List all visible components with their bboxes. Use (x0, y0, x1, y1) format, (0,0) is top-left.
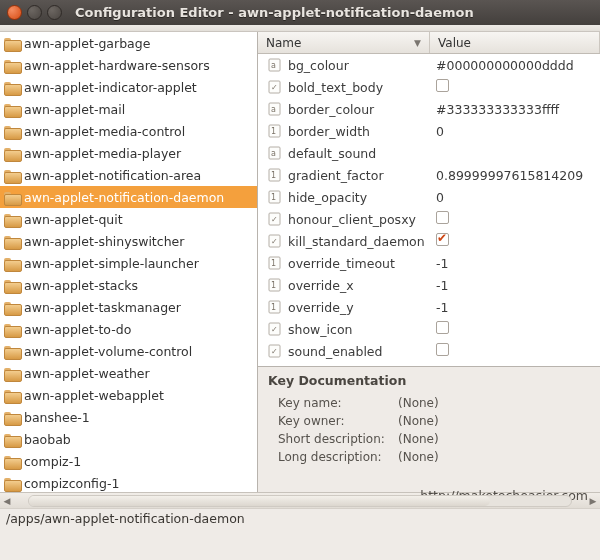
table-row[interactable]: 1border_width0 (258, 120, 600, 142)
sidebar-item[interactable]: awn-applet-garbage (0, 32, 258, 54)
table-row[interactable]: ✓kill_standard_daemon (258, 230, 600, 252)
svg-text:a: a (271, 149, 276, 158)
table-row[interactable]: 1override_y-1 (258, 296, 600, 318)
sidebar-item-label: awn-applet-notification-daemon (24, 190, 224, 205)
type-int-icon: 1 (268, 124, 282, 138)
svg-text:1: 1 (271, 281, 276, 290)
scroll-left-icon[interactable]: ◀ (0, 496, 14, 506)
sidebar-item-label: awn-applet-hardware-sensors (24, 58, 210, 73)
type-string-icon: a (268, 102, 282, 116)
type-float-icon: 1 (268, 168, 282, 182)
table-key: override_x (288, 278, 354, 293)
sidebar-item[interactable]: awn-applet-media-control (0, 120, 258, 142)
folder-icon (4, 147, 20, 160)
close-icon[interactable] (7, 5, 22, 20)
sidebar-item-label: awn-applet-notification-area (24, 168, 201, 183)
svg-text:1: 1 (271, 303, 276, 312)
type-int-icon: 1 (268, 300, 282, 314)
sidebar-item[interactable]: awn-applet-notification-area (0, 164, 258, 186)
table-key: hide_opacity (288, 190, 367, 205)
table-value: 0.89999997615814209 (436, 168, 583, 183)
folder-icon (4, 433, 20, 446)
sort-indicator-icon: ▼ (414, 38, 421, 48)
sidebar-item-label: awn-applet-indicator-applet (24, 80, 197, 95)
table-rows[interactable]: abg_colour#000000000000dddd✓bold_text_bo… (258, 54, 600, 366)
sidebar-item-label: baobab (24, 432, 71, 447)
sidebar-item[interactable]: awn-applet-mail (0, 98, 258, 120)
sidebar-item[interactable]: awn-applet-shinyswitcher (0, 230, 258, 252)
svg-text:✓: ✓ (271, 83, 278, 92)
type-bool-icon: ✓ (268, 80, 282, 94)
sidebar-item-label: awn-applet-to-do (24, 322, 131, 337)
type-int-icon: 1 (268, 190, 282, 204)
folder-icon (4, 213, 20, 226)
table-row[interactable]: ✓bold_text_body (258, 76, 600, 98)
sidebar-item[interactable]: awn-applet-quit (0, 208, 258, 230)
checkbox[interactable] (436, 321, 449, 334)
table-row[interactable]: ✓show_icon (258, 318, 600, 340)
table-value: -1 (436, 300, 448, 315)
table-row[interactable]: ✓sound_enabled (258, 340, 600, 362)
folder-icon (4, 169, 20, 182)
table-row[interactable]: adefault_sound (258, 142, 600, 164)
table-key: override_y (288, 300, 354, 315)
sidebar-item[interactable]: awn-applet-indicator-applet (0, 76, 258, 98)
folder-icon (4, 191, 20, 204)
sidebar-item[interactable]: awn-applet-taskmanager (0, 296, 258, 318)
table-row[interactable]: 1override_timeout-1 (258, 252, 600, 274)
sidebar-item[interactable]: awn-applet-media-player (0, 142, 258, 164)
sidebar-item-label: awn-applet-simple-launcher (24, 256, 199, 271)
table-value: -1 (436, 256, 448, 271)
sidebar-item[interactable]: baobab (0, 428, 258, 450)
sidebar-item-label: banshee-1 (24, 410, 90, 425)
sidebar-item[interactable]: awn-applet-weather (0, 362, 258, 384)
folder-icon (4, 235, 20, 248)
sidebar-item-label: awn-applet-shinyswitcher (24, 234, 184, 249)
sidebar-item[interactable]: awn-applet-notification-daemon (0, 186, 258, 208)
sidebar-item[interactable]: compizconfig-1 (0, 472, 258, 492)
table-value: -1 (436, 278, 448, 293)
checkbox[interactable] (436, 79, 449, 92)
table-row[interactable]: aborder_colour#333333333333ffff (258, 98, 600, 120)
svg-text:1: 1 (271, 127, 276, 136)
checkbox[interactable] (436, 211, 449, 224)
folder-icon (4, 411, 20, 424)
table-key: sound_enabled (288, 344, 383, 359)
sidebar-item[interactable]: awn-applet-webapplet (0, 384, 258, 406)
table-header: Name ▼ Value (258, 32, 600, 54)
type-int-icon: 1 (268, 278, 282, 292)
checkbox[interactable] (436, 343, 449, 356)
folder-icon (4, 103, 20, 116)
tree-view[interactable]: awn-applet-garbageawn-applet-hardware-se… (0, 32, 258, 492)
sidebar-item[interactable]: awn-applet-stacks (0, 274, 258, 296)
sidebar-item[interactable]: banshee-1 (0, 406, 258, 428)
minimize-icon[interactable] (27, 5, 42, 20)
sidebar-item-label: awn-applet-quit (24, 212, 123, 227)
table-value: #333333333333ffff (436, 102, 559, 117)
sidebar-item[interactable]: awn-applet-hardware-sensors (0, 54, 258, 76)
column-header-name[interactable]: Name ▼ (258, 32, 430, 53)
horizontal-scrollbar[interactable]: ◀ ▶ (0, 492, 600, 508)
table-key: border_width (288, 124, 370, 139)
table-row[interactable]: 1override_x-1 (258, 274, 600, 296)
sidebar-item[interactable]: awn-applet-to-do (0, 318, 258, 340)
scroll-right-icon[interactable]: ▶ (586, 496, 600, 506)
table-key: show_icon (288, 322, 352, 337)
sidebar-item[interactable]: compiz-1 (0, 450, 258, 472)
table-row[interactable]: ✓honour_client_posxy (258, 208, 600, 230)
checkbox[interactable] (436, 233, 449, 246)
sidebar-item[interactable]: awn-applet-simple-launcher (0, 252, 258, 274)
table-key: bg_colour (288, 58, 349, 73)
folder-icon (4, 389, 20, 402)
sidebar-item-label: awn-applet-weather (24, 366, 150, 381)
folder-icon (4, 301, 20, 314)
column-header-value[interactable]: Value (430, 32, 600, 53)
sidebar-item[interactable]: awn-applet-volume-control (0, 340, 258, 362)
svg-text:1: 1 (271, 193, 276, 202)
table-row[interactable]: abg_colour#000000000000dddd (258, 54, 600, 76)
folder-icon (4, 367, 20, 380)
table-row[interactable]: 1gradient_factor0.89999997615814209 (258, 164, 600, 186)
type-bool-icon: ✓ (268, 234, 282, 248)
maximize-icon[interactable] (47, 5, 62, 20)
table-row[interactable]: 1hide_opacity0 (258, 186, 600, 208)
